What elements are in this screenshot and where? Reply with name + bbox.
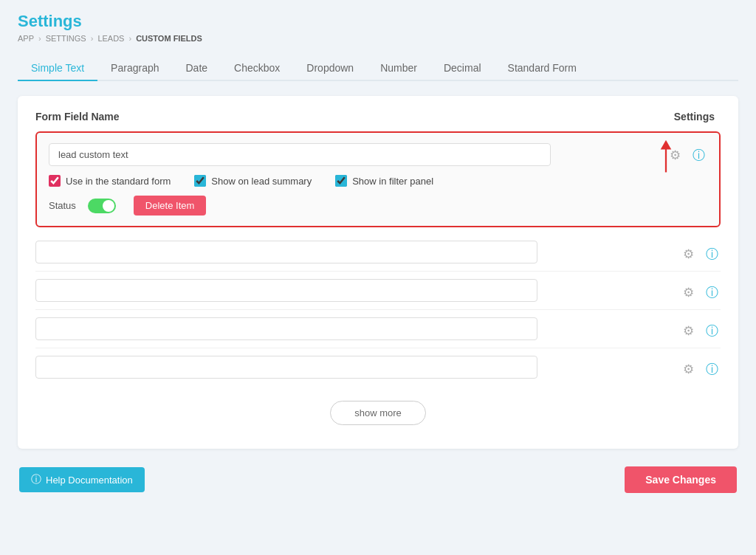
expanded-field-row: Use in the standard form Show on lead su… bbox=[35, 131, 721, 227]
info-icon-4[interactable]: ⓘ bbox=[703, 361, 721, 379]
field-actions-4: ⚙ ⓘ bbox=[676, 356, 721, 379]
tab-standard-form[interactable]: Standard Form bbox=[495, 56, 590, 81]
field-actions-3: ⚙ ⓘ bbox=[676, 318, 721, 340]
use-standard-form-label[interactable]: Use in the standard form bbox=[49, 175, 171, 187]
breadcrumb-app: APP bbox=[18, 34, 34, 43]
gear-icon-1[interactable]: ⚙ bbox=[679, 246, 697, 263]
field-input-wrap-2 bbox=[35, 279, 667, 302]
gear-icon-expanded[interactable]: ⚙ bbox=[666, 146, 684, 164]
show-lead-summary-checkbox[interactable] bbox=[194, 175, 206, 187]
tab-checkbox[interactable]: Checkbox bbox=[221, 56, 293, 81]
col-settings: Settings bbox=[674, 111, 721, 123]
field-input-1[interactable] bbox=[35, 241, 537, 263]
info-icon-3[interactable]: ⓘ bbox=[703, 323, 721, 340]
field-actions-2: ⚙ ⓘ bbox=[676, 280, 721, 302]
field-input-3[interactable] bbox=[35, 317, 537, 340]
info-icon-expanded[interactable]: ⓘ bbox=[690, 146, 707, 164]
expanded-field-input-wrap: Use in the standard form Show on lead su… bbox=[49, 143, 654, 216]
show-filter-panel-label[interactable]: Show in filter panel bbox=[335, 175, 433, 187]
status-label-text: Status bbox=[49, 200, 76, 211]
show-lead-summary-label[interactable]: Show on lead summary bbox=[194, 175, 312, 187]
info-circle-icon: ⓘ bbox=[31, 473, 41, 486]
tab-dropdown[interactable]: Dropdown bbox=[293, 56, 367, 81]
breadcrumb-chevron-3: › bbox=[128, 34, 131, 43]
footer-bar: ⓘ Help Documentation Save Changes bbox=[18, 466, 738, 493]
use-standard-form-checkbox[interactable] bbox=[49, 175, 61, 187]
empty-field-rows: ⚙ ⓘ ⚙ ⓘ ⚙ ⓘ bbox=[35, 233, 721, 386]
breadcrumb-chevron-1: › bbox=[38, 34, 41, 43]
tab-number[interactable]: Number bbox=[367, 56, 430, 81]
info-icon-1[interactable]: ⓘ bbox=[703, 246, 721, 263]
info-icon-2[interactable]: ⓘ bbox=[703, 284, 721, 302]
col-form-field-name: Form Field Name bbox=[35, 111, 120, 123]
table-header: Form Field Name Settings bbox=[35, 111, 721, 123]
table-row: ⚙ ⓘ bbox=[35, 310, 721, 348]
show-more-button[interactable]: show more bbox=[330, 401, 426, 425]
breadcrumb-settings: SETTINGS bbox=[46, 34, 86, 43]
status-row: Status Delete Item bbox=[49, 196, 654, 216]
use-standard-form-text: Use in the standard form bbox=[66, 176, 171, 187]
options-row: Use in the standard form Show on lead su… bbox=[49, 175, 654, 187]
save-changes-button[interactable]: Save Changes bbox=[625, 466, 737, 493]
field-input-2[interactable] bbox=[35, 279, 537, 302]
tab-date[interactable]: Date bbox=[173, 56, 221, 81]
field-actions-1: ⚙ ⓘ bbox=[676, 241, 721, 263]
show-lead-summary-text: Show on lead summary bbox=[211, 176, 312, 187]
tabs-bar: Simple Text Paragraph Date Checkbox Drop… bbox=[18, 56, 738, 81]
toggle-slider bbox=[88, 199, 116, 213]
gear-icon-2[interactable]: ⚙ bbox=[679, 284, 697, 302]
show-filter-panel-text: Show in filter panel bbox=[352, 176, 433, 187]
field-input-wrap-3 bbox=[35, 317, 667, 340]
table-row: ⚙ ⓘ bbox=[35, 348, 721, 386]
table-row: ⚙ ⓘ bbox=[35, 233, 721, 272]
page-wrapper: Settings APP › SETTINGS › LEADS › CUSTOM… bbox=[0, 0, 756, 555]
breadcrumb-leads: LEADS bbox=[97, 34, 124, 43]
breadcrumb-current: CUSTOM FIELDS bbox=[136, 34, 202, 43]
show-filter-panel-checkbox[interactable] bbox=[335, 175, 347, 187]
breadcrumb: APP › SETTINGS › LEADS › CUSTOM FIELDS bbox=[18, 34, 738, 43]
field-input-wrap-4 bbox=[35, 356, 667, 379]
field-input-wrap-1 bbox=[35, 241, 667, 263]
content-area: Form Field Name Settings bbox=[18, 96, 738, 449]
help-label: Help Documentation bbox=[46, 475, 133, 486]
expanded-field-actions: ⚙ ⓘ bbox=[663, 143, 707, 164]
gear-icon-4[interactable]: ⚙ bbox=[679, 361, 697, 379]
breadcrumb-chevron-2: › bbox=[91, 34, 94, 43]
delete-item-button[interactable]: Delete Item bbox=[134, 196, 206, 216]
show-more-wrap: show more bbox=[35, 401, 721, 425]
tab-simple-text[interactable]: Simple Text bbox=[18, 56, 97, 81]
gear-icon-3[interactable]: ⚙ bbox=[679, 323, 697, 340]
expanded-field-input[interactable] bbox=[49, 143, 551, 166]
page-title: Settings bbox=[18, 12, 738, 31]
tab-decimal[interactable]: Decimal bbox=[430, 56, 495, 81]
field-input-4[interactable] bbox=[35, 356, 537, 379]
status-toggle[interactable] bbox=[88, 199, 116, 213]
table-row: ⚙ ⓘ bbox=[35, 272, 721, 310]
help-documentation-button[interactable]: ⓘ Help Documentation bbox=[19, 467, 145, 492]
tab-paragraph[interactable]: Paragraph bbox=[97, 56, 172, 81]
